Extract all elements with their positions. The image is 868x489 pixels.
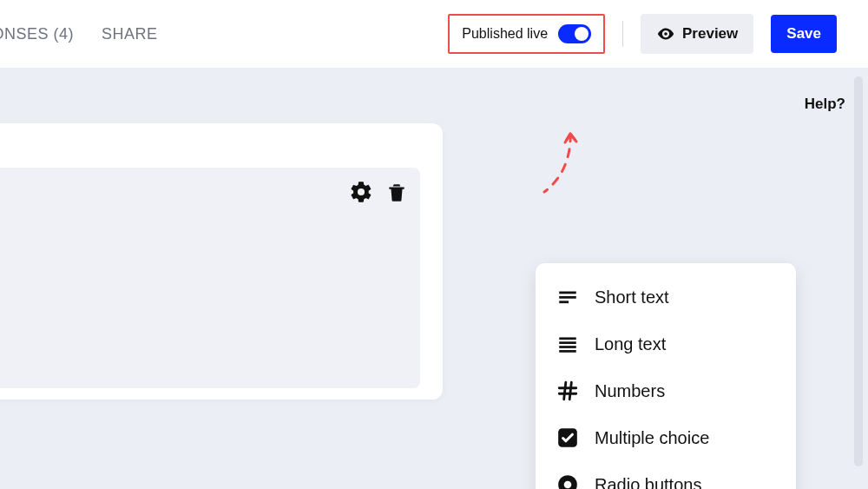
toggle-knob [575, 27, 589, 41]
svg-rect-0 [394, 191, 396, 199]
hash-icon [556, 380, 579, 402]
trash-icon[interactable] [385, 180, 408, 204]
svg-rect-5 [559, 337, 576, 340]
field-item-label: Numbers [595, 381, 665, 401]
preview-button-label: Preview [682, 25, 738, 43]
form-card [0, 123, 443, 400]
svg-rect-4 [559, 301, 569, 303]
header-tabs: PONSES (4) SHARE [0, 25, 158, 43]
field-item-label: Short text [595, 287, 669, 307]
svg-rect-1 [398, 191, 399, 199]
tab-responses[interactable]: PONSES (4) [0, 25, 74, 43]
save-button-label: Save [786, 25, 821, 43]
question-block[interactable] [0, 168, 420, 388]
publish-live-toggle[interactable] [558, 24, 591, 43]
svg-rect-3 [559, 296, 576, 299]
field-item-label: Radio buttons [595, 475, 701, 490]
field-item-multiple-choice[interactable]: Multiple choice [536, 414, 796, 461]
checkbox-checked-icon [556, 426, 579, 449]
field-item-radio-buttons[interactable]: Radio buttons [536, 461, 796, 489]
scrollbar[interactable] [854, 76, 863, 466]
field-item-label: Multiple choice [595, 428, 709, 448]
eye-icon [656, 24, 675, 43]
vertical-divider [622, 21, 623, 47]
save-button[interactable]: Save [771, 15, 837, 53]
workspace-canvas: Help? Short text [0, 68, 868, 489]
preview-button[interactable]: Preview [641, 14, 753, 54]
help-link[interactable]: Help? [805, 96, 845, 113]
publish-live-label: Published live [462, 26, 548, 42]
header-actions: Published live Preview Save [448, 14, 868, 54]
short-text-icon [556, 286, 579, 308]
tab-share[interactable]: SHARE [102, 25, 158, 43]
field-item-short-text[interactable]: Short text [536, 274, 796, 320]
svg-rect-7 [559, 346, 576, 348]
top-header: PONSES (4) SHARE Published live Preview … [0, 0, 868, 68]
field-type-menu: Short text Long text Numbers Multiple ch… [536, 263, 796, 489]
svg-rect-2 [559, 292, 576, 294]
field-item-numbers[interactable]: Numbers [536, 367, 796, 414]
svg-rect-8 [559, 350, 576, 353]
radio-checked-icon [556, 473, 579, 489]
long-text-icon [556, 333, 579, 355]
gear-icon[interactable] [349, 180, 373, 204]
annotation-arrow [536, 127, 588, 205]
question-actions [349, 180, 408, 204]
svg-point-11 [564, 481, 572, 489]
svg-rect-6 [559, 341, 576, 344]
field-item-label: Long text [595, 334, 666, 354]
publish-live-highlight-box: Published live [448, 14, 605, 54]
field-item-long-text[interactable]: Long text [536, 320, 796, 367]
